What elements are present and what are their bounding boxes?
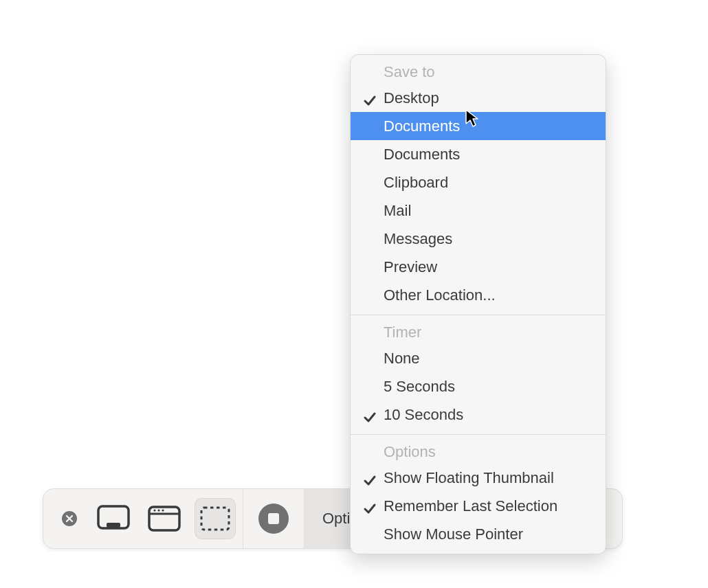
menu-item[interactable]: Clipboard	[351, 168, 606, 196]
options-menu: Save toDesktopDocumentsDocumentsClipboar…	[350, 54, 606, 554]
checkmark-icon	[363, 91, 377, 105]
menu-item[interactable]: Desktop	[351, 84, 606, 112]
menu-divider	[351, 434, 606, 435]
capture-entire-screen-button[interactable]	[93, 498, 134, 539]
checkmark-icon	[363, 471, 377, 485]
menu-section-title: Timer	[351, 321, 606, 344]
menu-item-label: None	[384, 350, 420, 367]
screen-icon	[97, 505, 130, 532]
menu-item[interactable]: Documents	[351, 112, 606, 140]
menu-item[interactable]: 5 Seconds	[351, 372, 606, 400]
menu-item-label: Desktop	[384, 89, 439, 106]
capture-window-button[interactable]	[144, 498, 185, 539]
menu-item[interactable]: Show Mouse Pointer	[351, 520, 606, 548]
menu-section-title: Options	[351, 440, 606, 464]
menu-item-label: Other Location...	[384, 286, 496, 304]
record-screen-button[interactable]	[258, 504, 289, 534]
svg-point-6	[162, 509, 164, 511]
menu-item-label: Show Mouse Pointer	[384, 525, 523, 543]
selection-icon	[199, 506, 231, 532]
stop-icon	[268, 513, 279, 524]
menu-section-title: Save to	[351, 60, 606, 84]
menu-item[interactable]: Messages	[351, 225, 606, 253]
window-icon	[148, 506, 181, 532]
menu-item-label: 5 Seconds	[384, 378, 455, 395]
menu-item[interactable]: 10 Seconds	[351, 400, 606, 429]
menu-item-label: 10 Seconds	[384, 406, 463, 423]
menu-item-label: Documents	[384, 146, 460, 163]
menu-item-label: Clipboard	[384, 174, 448, 191]
checkmark-icon	[363, 408, 377, 422]
menu-item[interactable]: Documents	[351, 140, 606, 168]
checkmark-icon	[363, 499, 377, 513]
svg-point-5	[157, 509, 159, 511]
menu-item[interactable]: Mail	[351, 196, 606, 225]
capture-selection-button[interactable]	[195, 498, 236, 539]
menu-item[interactable]: Remember Last Selection	[351, 492, 606, 520]
close-icon	[62, 511, 77, 526]
close-button[interactable]	[56, 511, 83, 526]
menu-divider	[351, 315, 606, 315]
menu-item-label: Documents	[384, 117, 460, 135]
svg-point-4	[153, 509, 155, 511]
menu-item-label: Show Floating Thumbnail	[384, 469, 554, 486]
menu-item[interactable]: None	[351, 344, 606, 372]
menu-item-label: Preview	[384, 258, 437, 275]
menu-item[interactable]: Other Location...	[351, 281, 606, 309]
svg-rect-7	[201, 508, 229, 530]
menu-item-label: Mail	[384, 202, 411, 219]
menu-item-label: Remember Last Selection	[384, 497, 557, 514]
menu-item[interactable]: Show Floating Thumbnail	[351, 464, 606, 492]
menu-item-label: Messages	[384, 230, 452, 247]
svg-rect-1	[107, 523, 120, 528]
menu-item[interactable]: Preview	[351, 253, 606, 281]
